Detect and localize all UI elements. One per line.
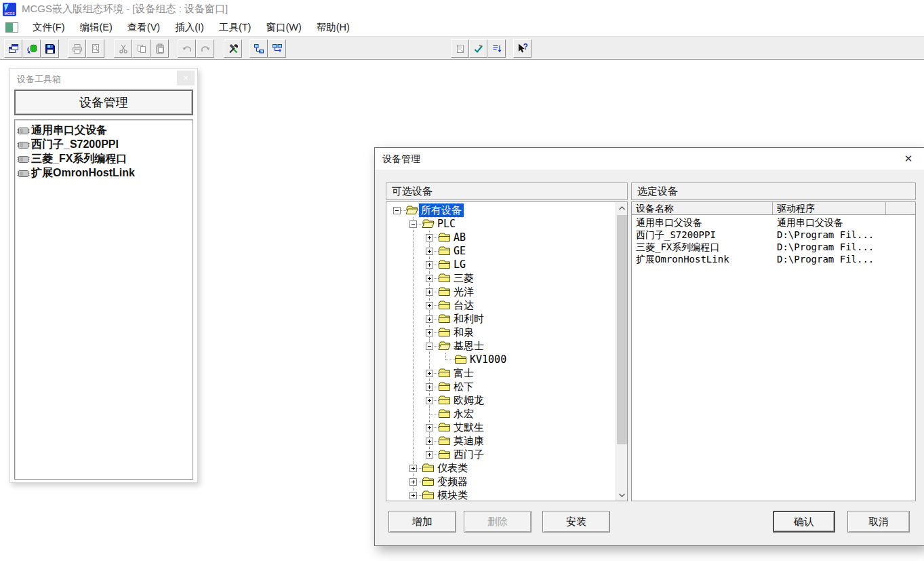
expand-icon[interactable]: [426, 288, 433, 296]
print-button[interactable]: [68, 39, 86, 58]
tree-item[interactable]: PLC: [388, 217, 605, 231]
tree-item[interactable]: 和泉: [388, 326, 605, 339]
device-manage-button[interactable]: 设备管理: [14, 90, 193, 115]
column-header-device-name[interactable]: 设备名称: [632, 202, 773, 215]
tree-item[interactable]: 和利时: [388, 312, 605, 326]
copy-button[interactable]: [132, 39, 150, 58]
tree-item-label[interactable]: KV1000: [468, 353, 508, 366]
menu-view[interactable]: 查看(V): [120, 19, 167, 36]
expand-icon[interactable]: [426, 261, 433, 269]
tree-item[interactable]: 基恩士: [388, 339, 605, 353]
new-project-button[interactable]: [4, 39, 22, 58]
tree-item[interactable]: 模块类: [388, 488, 605, 501]
expand-icon[interactable]: [409, 478, 417, 486]
tree-item[interactable]: GE: [388, 244, 605, 258]
tree-item-label[interactable]: 永宏: [451, 407, 476, 421]
tree-item[interactable]: KV1000: [388, 353, 605, 366]
paste-button[interactable]: [150, 39, 169, 58]
tree-item-label[interactable]: 欧姆龙: [451, 393, 486, 407]
tree-item[interactable]: 莫迪康: [388, 434, 605, 448]
redo-button[interactable]: [196, 39, 214, 58]
table-row[interactable]: 三菱_FX系列编程口 D:\Program Fil...: [632, 241, 915, 253]
sort-list-button[interactable]: [487, 39, 506, 58]
close-icon[interactable]: ×: [177, 71, 195, 85]
tree-item-label[interactable]: 和利时: [451, 312, 486, 326]
tree-item-label[interactable]: AB: [451, 231, 468, 244]
tree-item-label[interactable]: 基恩士: [451, 339, 486, 353]
menu-help[interactable]: 帮助(H): [309, 19, 357, 36]
tree-item[interactable]: AB: [388, 231, 605, 244]
list-item[interactable]: 三菱_FX系列编程口: [15, 152, 193, 166]
table-row[interactable]: 扩展OmronHostLink D:\Program Fil...: [632, 253, 915, 265]
expand-icon[interactable]: [409, 465, 417, 472]
expand-icon[interactable]: [426, 451, 433, 459]
tree-item[interactable]: 永宏: [388, 407, 605, 421]
tree-item[interactable]: 光洋: [388, 285, 605, 298]
table-row[interactable]: 西门子_S7200PPI D:\Program Fil...: [632, 229, 915, 241]
expand-icon[interactable]: [426, 275, 433, 282]
tree-item-label[interactable]: 三菱: [451, 271, 476, 285]
scroll-thumb[interactable]: [617, 215, 627, 444]
tree-item-label[interactable]: 模块类: [435, 488, 470, 501]
tree-scrollbar[interactable]: [616, 202, 627, 501]
menu-window[interactable]: 窗口(W): [258, 19, 308, 36]
ok-button[interactable]: 确认: [773, 511, 835, 533]
tree-item[interactable]: 台达: [388, 298, 605, 312]
cancel-button[interactable]: 取消: [847, 511, 910, 533]
column-header-driver[interactable]: 驱动程序: [773, 202, 886, 215]
list-item[interactable]: 通用串口父设备: [15, 123, 193, 138]
tree-item-label[interactable]: 台达: [451, 298, 476, 312]
mdi-child-icon[interactable]: [5, 22, 18, 33]
table-row[interactable]: 通用串口父设备 通用串口父设备: [632, 216, 915, 229]
menu-tools[interactable]: 工具(T): [212, 19, 259, 36]
tree-item-label[interactable]: 仪表类: [435, 461, 470, 475]
dialog-title-bar[interactable]: 设备管理 ✕: [375, 148, 924, 170]
tree-item-label[interactable]: 莫迪康: [451, 434, 486, 448]
tree-item[interactable]: 艾默生: [388, 421, 605, 434]
open-workbench-button[interactable]: [22, 39, 41, 58]
collapse-icon[interactable]: [426, 343, 433, 350]
tree-item-label[interactable]: PLC: [435, 217, 458, 231]
cut-button[interactable]: [114, 39, 132, 58]
expand-icon[interactable]: [426, 315, 433, 323]
flow-chart-2-button[interactable]: [268, 39, 286, 58]
tree-item[interactable]: 仪表类: [388, 461, 605, 475]
tools-button[interactable]: [224, 39, 242, 58]
collapse-icon[interactable]: [393, 207, 401, 214]
add-button[interactable]: 增加: [388, 511, 456, 533]
tree-item[interactable]: 三菱: [388, 271, 605, 285]
install-button[interactable]: 安装: [542, 511, 610, 533]
save-button[interactable]: [41, 39, 59, 58]
tree-item[interactable]: 变频器: [388, 475, 605, 488]
expand-icon[interactable]: [426, 248, 433, 255]
menu-file[interactable]: 文件(F): [25, 19, 73, 36]
tree-item-label[interactable]: GE: [451, 244, 468, 258]
tree-item-label[interactable]: 西门子: [451, 448, 486, 461]
syntax-check-button[interactable]: [469, 39, 487, 58]
print-preview-button[interactable]: [86, 39, 104, 58]
delete-button[interactable]: 删除: [464, 511, 531, 533]
context-help-button[interactable]: ?: [513, 39, 531, 58]
list-item[interactable]: 扩展OmronHostLink: [15, 166, 193, 180]
tree-item[interactable]: LG: [388, 258, 605, 271]
column-header-empty[interactable]: [886, 202, 915, 215]
tree-item-label[interactable]: 变频器: [435, 475, 470, 488]
expand-icon[interactable]: [426, 383, 433, 391]
tree-item-label[interactable]: 富士: [451, 366, 476, 380]
expand-icon[interactable]: [426, 370, 433, 377]
collapse-icon[interactable]: [409, 220, 417, 228]
palette-title-bar[interactable]: 设备工具箱 ×: [10, 69, 197, 88]
tree-item-label[interactable]: 艾默生: [451, 421, 486, 434]
tree-item-label[interactable]: LG: [451, 258, 468, 271]
menu-insert[interactable]: 插入(I): [167, 19, 212, 36]
expand-icon[interactable]: [426, 438, 433, 445]
expand-icon[interactable]: [426, 397, 433, 404]
tree-item[interactable]: 松下: [388, 380, 605, 393]
expand-icon[interactable]: [426, 424, 433, 431]
tree-item-label[interactable]: 和泉: [451, 326, 476, 339]
expand-icon[interactable]: [409, 492, 417, 499]
scroll-down-icon[interactable]: [616, 489, 628, 501]
tree-item[interactable]: 所有设备: [388, 204, 605, 217]
expand-icon[interactable]: [426, 329, 433, 336]
scroll-up-icon[interactable]: [616, 202, 628, 214]
